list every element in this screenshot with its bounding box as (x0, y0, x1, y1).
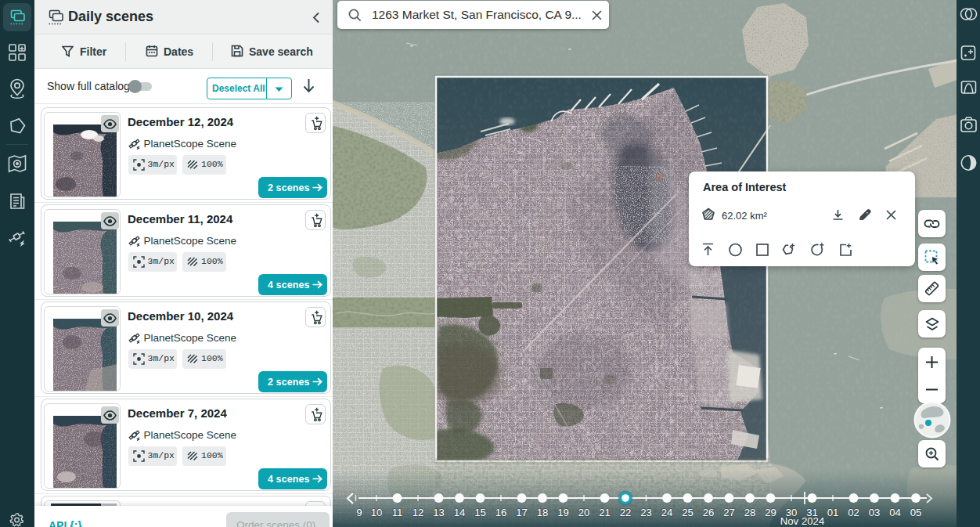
svg-text:9: 9 (356, 507, 362, 518)
svg-text:14: 14 (454, 507, 466, 518)
svg-text:28: 28 (744, 507, 756, 518)
svg-text:20: 20 (578, 507, 590, 518)
svg-text:Nov 2024: Nov 2024 (780, 515, 824, 527)
svg-text:18: 18 (537, 507, 549, 518)
svg-text:02: 02 (848, 507, 859, 518)
svg-text:10: 10 (371, 507, 383, 518)
svg-text:15: 15 (474, 507, 486, 518)
svg-text:26: 26 (703, 507, 715, 518)
svg-text:01: 01 (827, 507, 839, 518)
svg-text:04: 04 (889, 507, 901, 518)
svg-text:19: 19 (557, 507, 569, 518)
svg-text:11: 11 (392, 507, 403, 518)
svg-text:12: 12 (413, 507, 424, 518)
svg-text:22: 22 (620, 507, 632, 518)
svg-text:17: 17 (516, 507, 528, 518)
svg-text:24: 24 (661, 507, 673, 518)
svg-text:03: 03 (869, 507, 881, 518)
svg-text:13: 13 (433, 507, 445, 518)
svg-text:23: 23 (640, 507, 652, 518)
svg-text:21: 21 (599, 507, 611, 518)
svg-text:05: 05 (910, 507, 922, 518)
svg-text:25: 25 (682, 507, 694, 518)
svg-text:16: 16 (495, 507, 507, 518)
svg-text:27: 27 (723, 507, 735, 518)
svg-text:29: 29 (765, 507, 776, 518)
